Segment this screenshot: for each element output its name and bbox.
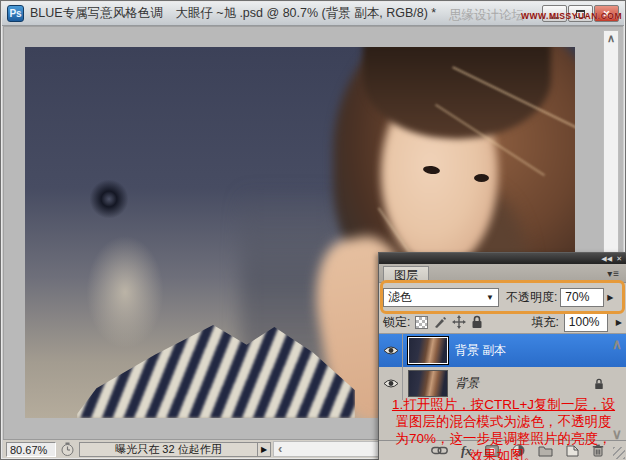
panel-menu-icon[interactable]: ▾≡ — [607, 268, 620, 279]
watermark-url-text: WWW.MISSYUAN.COM — [521, 11, 622, 21]
panel-close-icon[interactable]: ✕ — [616, 255, 622, 262]
eye-icon — [383, 345, 399, 356]
lock-row: 锁定: 填充: 100% ▶ — [379, 311, 626, 333]
layer-lock-icon — [594, 378, 604, 390]
lock-position-icon[interactable] — [452, 315, 466, 329]
panel-tab-row: 图层 ▾≡ — [379, 264, 626, 283]
lock-all-icon[interactable] — [471, 315, 483, 329]
photo-right-eye — [474, 174, 489, 182]
lock-pixels-brush-icon[interactable] — [433, 315, 447, 329]
eye-icon — [383, 378, 399, 389]
chevron-down-icon: ▼ — [486, 293, 494, 302]
annotation-line: 1.打开照片，按CTRL+J复制一层，设 — [377, 396, 626, 413]
opacity-spinner-icon[interactable]: ▶ — [607, 293, 613, 302]
fill-label: 填充: — [532, 314, 559, 331]
photoshop-app-icon: Ps — [7, 5, 24, 22]
watermark-forum-text: 思缘设计论坛 — [449, 7, 524, 24]
zoom-level-field[interactable]: 80.67% — [6, 442, 56, 457]
title-bar[interactable]: Ps BLUE专属写意风格色调 大眼仔 ~旭 .psd @ 80.7% (背景 … — [2, 2, 624, 26]
blend-mode-value: 滤色 — [388, 289, 486, 306]
blend-mode-row: 滤色 ▼ 不透明度: 70% ▶ — [379, 283, 626, 311]
photoshop-document-window: Ps BLUE专属写意风格色调 大眼仔 ~旭 .psd @ 80.7% (背景 … — [0, 0, 626, 460]
timer-icon — [60, 442, 75, 457]
layer-name[interactable]: 背景 副本 — [455, 342, 626, 359]
window-title: BLUE专属写意风格色调 大眼仔 ~旭 .psd @ 80.7% (背景 副本,… — [30, 5, 436, 22]
annotation-line: 为70%，这一步是调整照片的亮度， — [377, 430, 626, 447]
annotation-line: 置图层的混合模式为滤色，不透明度 — [377, 413, 626, 430]
annotation-line: 效果如图。 — [377, 447, 626, 460]
scroll-up-icon[interactable]: ∧ — [604, 32, 618, 45]
visibility-toggle[interactable] — [379, 334, 403, 367]
fill-spinner-icon[interactable]: ▶ — [616, 318, 622, 327]
layers-panel: ◀◀ ✕ 图层 ▾≡ 滤色 ▼ 不透明度: 70% ▶ 锁定: — [378, 252, 626, 460]
lock-transparency-icon[interactable] — [415, 316, 428, 329]
opacity-field[interactable]: 70% — [560, 288, 604, 307]
scroll-left-icon[interactable]: ‹ — [278, 444, 282, 454]
fill-field[interactable]: 100% — [564, 313, 608, 332]
tab-layers[interactable]: 图层 — [383, 266, 429, 283]
layer-thumbnail[interactable] — [408, 337, 448, 364]
layer-row-background-copy[interactable]: 背景 副本 — [379, 334, 626, 367]
layer-thumbnail[interactable] — [408, 370, 448, 397]
vertical-scrollbar[interactable]: ∧ — [603, 30, 619, 254]
tutorial-annotation: 1.打开照片，按CTRL+J复制一层，设 置图层的混合模式为滤色，不透明度 为7… — [377, 396, 626, 460]
opacity-label: 不透明度: — [506, 289, 557, 306]
status-menu-arrow[interactable]: ▶ — [257, 442, 271, 457]
panel-collapse-icon[interactable]: ◀◀ — [601, 255, 612, 262]
blend-mode-select[interactable]: 滤色 ▼ — [383, 288, 499, 307]
list-scroll-up-icon[interactable]: ∧ — [612, 336, 622, 352]
panel-title-bar[interactable]: ◀◀ ✕ — [379, 253, 626, 264]
status-tip-text: 曝光只在 32 位起作用 — [79, 442, 257, 457]
lock-label: 锁定: — [383, 314, 410, 331]
layer-name[interactable]: 背景 — [455, 375, 594, 392]
